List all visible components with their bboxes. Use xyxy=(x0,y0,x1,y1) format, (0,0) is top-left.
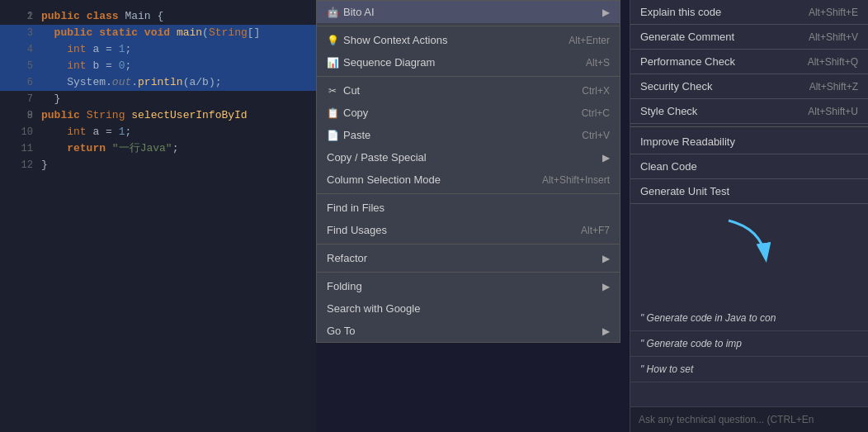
submenu-arrow-icon: ▶ xyxy=(602,152,610,164)
submenu-arrow-icon: ▶ xyxy=(602,281,610,292)
code-line: 5 int b = 0; xyxy=(0,58,316,74)
code-line: 2 public class Main { xyxy=(0,8,316,25)
menu-separator xyxy=(317,26,620,26)
menu-item-column-selection[interactable]: Column Selection Mode Alt+Shift+Insert xyxy=(317,169,620,191)
code-line: 11 return "一行Java"; xyxy=(0,140,316,157)
bito-submenu-item-explain[interactable]: Explain this code Alt+Shift+E xyxy=(630,0,868,25)
bito-submenu-item-style[interactable]: Style Check Alt+Shift+U xyxy=(630,99,868,124)
menu-item-refactor[interactable]: Refactor ▶ xyxy=(317,247,620,269)
copy-icon: 📋 xyxy=(327,107,338,119)
menu-separator xyxy=(317,244,620,244)
menu-item-find-usages[interactable]: Find Usages Alt+F7 xyxy=(317,219,620,241)
menu-separator xyxy=(630,126,868,127)
menu-item-bito-ai[interactable]: 🤖 Bito AI ▶ xyxy=(317,1,620,23)
bito-submenu-item-generate-unit-test[interactable]: Generate Unit Test xyxy=(630,179,868,204)
menu-item-search-google[interactable]: Search with Google xyxy=(317,297,620,320)
menu-item-find-in-files[interactable]: Find in Files xyxy=(317,197,620,219)
submenu-arrow-icon: ▶ xyxy=(602,7,610,18)
code-line: 9 public String selectUserInfoById xyxy=(0,107,316,124)
bulb-icon: 💡 xyxy=(327,35,338,46)
menu-item-cut[interactable]: ✂ Cut Ctrl+X xyxy=(317,79,620,102)
menu-separator xyxy=(317,272,620,273)
sequence-icon: 📊 xyxy=(327,57,338,69)
bito-submenu-panel: Explain this code Alt+Shift+E Generate C… xyxy=(630,0,868,432)
paste-icon: 📄 xyxy=(327,130,338,141)
menu-item-paste[interactable]: 📄 Paste Ctrl+V xyxy=(317,124,620,146)
bito-input-area[interactable]: Ask any technical question... (CTRL+En xyxy=(630,406,868,432)
submenu-arrow-icon: ▶ xyxy=(602,253,610,264)
bito-suggestion-item[interactable]: " Generate code in Java to con xyxy=(630,306,868,331)
bito-submenu-item-performance[interactable]: Performance Check Alt+Shift+Q xyxy=(630,50,868,74)
bito-submenu-item-security[interactable]: Security Check Alt+Shift+Z xyxy=(630,74,868,99)
bito-suggestions: " Generate code in Java to con " Generat… xyxy=(630,306,868,407)
bito-submenu-item-generate-comment[interactable]: Generate Comment Alt+Shift+V xyxy=(630,25,868,50)
bito-submenu-item-clean-code[interactable]: Clean Code xyxy=(630,154,868,179)
menu-item-folding[interactable]: Folding ▶ xyxy=(317,275,620,297)
menu-item-copy-paste-special[interactable]: Copy / Paste Special ▶ xyxy=(317,146,620,169)
arrow-indicator xyxy=(720,212,778,270)
code-editor: 1 2 public class Main { 3 public static … xyxy=(0,0,316,432)
bito-icon: 🤖 xyxy=(327,7,338,18)
cut-icon: ✂ xyxy=(327,85,338,97)
code-line: 7 } xyxy=(0,91,316,107)
menu-separator xyxy=(317,76,620,77)
submenu-arrow-icon: ▶ xyxy=(602,325,610,337)
context-menu: 🤖 Bito AI ▶ 💡 Show Context Actions Alt+E… xyxy=(316,0,620,343)
menu-item-go-to[interactable]: Go To ▶ xyxy=(317,320,620,342)
menu-item-show-context[interactable]: 💡 Show Context Actions Alt+Enter xyxy=(317,29,620,51)
menu-separator xyxy=(317,193,620,194)
code-line: 6 System.out.println(a/b); xyxy=(0,74,316,91)
bito-suggestion-item[interactable]: " Generate code to imp xyxy=(630,331,868,357)
code-line: 12 } xyxy=(0,157,316,173)
bito-suggestion-item[interactable]: " How to set xyxy=(630,357,868,382)
code-line: 10 int a = 1; xyxy=(0,124,316,140)
code-line: 3 public static void main(String[] xyxy=(0,25,316,41)
menu-item-copy[interactable]: 📋 Copy Ctrl+C xyxy=(317,102,620,124)
code-line: 4 int a = 1; xyxy=(0,41,316,58)
menu-item-sequence-diagram[interactable]: 📊 Sequence Diagram Alt+S xyxy=(317,51,620,74)
bito-submenu-item-improve-readability[interactable]: Improve Readability xyxy=(630,130,868,154)
